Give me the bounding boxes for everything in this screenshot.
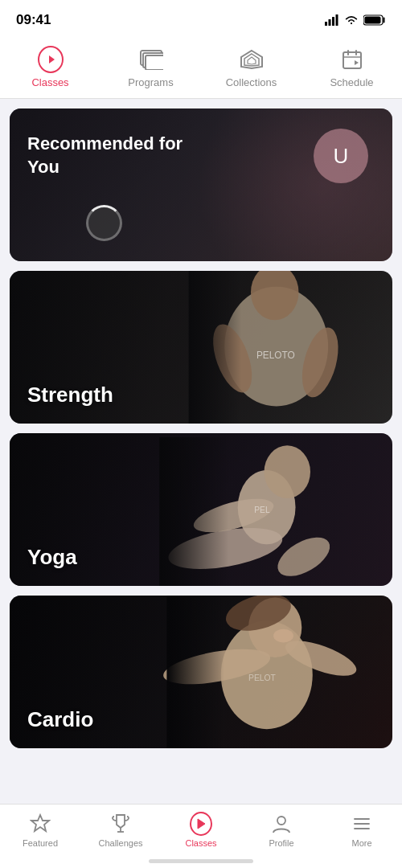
svg-marker-17 [355,60,359,65]
battery-icon [363,14,386,26]
tab-item-featured[interactable]: Featured [12,813,68,848]
athlete-cardio-figure: PELOT [129,596,392,748]
challenges-icon [109,813,132,835]
nav-icon-collections [239,47,265,72]
tab-item-challenges[interactable]: Challenges [92,813,149,848]
loader-circle [86,205,122,241]
nav-label-classes: Classes [31,76,68,88]
user-avatar: U [314,129,368,183]
bottom-tab-bar: Featured Challenges Classes [0,804,402,868]
status-time: 09:41 [16,12,51,28]
status-icons [325,14,386,26]
nav-label-programs: Programs [128,76,173,88]
athlete-yoga-figure: PEL [121,437,392,586]
yoga-label: Yoga [27,545,77,570]
tab-item-profile[interactable]: Profile [253,813,310,848]
nav-icon-classes [38,47,64,72]
svg-rect-9 [146,55,163,70]
svg-rect-5 [365,17,381,24]
home-indicator [149,859,253,863]
top-nav: Classes Programs Collections [0,40,402,99]
status-bar: 09:41 [0,0,402,40]
svg-marker-12 [248,57,256,64]
svg-rect-2 [332,17,334,26]
nav-icon-schedule [339,47,365,72]
svg-point-43 [277,817,285,825]
featured-label: Featured [23,838,58,848]
svg-rect-13 [343,52,361,68]
card-recommended[interactable]: Recommended for You U [10,108,392,261]
classes-tab-icon [190,813,212,835]
card-yoga[interactable]: PEL Yoga [10,433,392,586]
recommended-title: Recommended for You [27,133,188,178]
more-label: More [351,838,371,848]
nav-icon-programs [138,47,164,72]
tab-item-more[interactable]: More [334,813,390,848]
classes-tab-label: Classes [185,838,216,848]
svg-rect-38 [166,596,358,748]
classes-circle [38,46,64,73]
svg-rect-23 [188,271,363,424]
main-content: Recommended for You U PELOTO [0,99,402,796]
card-accent [162,108,392,261]
svg-marker-39 [31,815,49,831]
nav-item-schedule[interactable]: Schedule [320,47,384,88]
nav-label-collections: Collections [226,76,277,88]
featured-icon [29,813,51,835]
nav-label-schedule: Schedule [330,76,373,88]
athlete-strength-figure: PELOTO [152,271,392,424]
tab-item-classes[interactable]: Classes [173,813,229,848]
card-cardio[interactable]: PELOT Cardio [10,596,392,748]
svg-rect-30 [160,437,358,586]
svg-rect-1 [329,19,331,26]
svg-rect-0 [325,22,327,26]
svg-marker-6 [49,55,55,63]
card-strength[interactable]: PELOTO Strength [10,271,392,424]
signal-icon [325,14,339,26]
classes-tab-circle [190,812,212,836]
wifi-icon [344,14,359,26]
svg-marker-42 [198,819,205,829]
strength-label: Strength [27,383,113,407]
more-icon [351,813,373,835]
cardio-label: Cardio [27,707,93,732]
nav-item-classes[interactable]: Classes [18,47,83,88]
svg-rect-3 [336,14,338,26]
challenges-label: Challenges [98,838,142,848]
nav-item-collections[interactable]: Collections [219,47,284,88]
profile-label: Profile [269,838,293,848]
profile-icon [270,813,293,835]
nav-item-programs[interactable]: Programs [119,47,183,88]
